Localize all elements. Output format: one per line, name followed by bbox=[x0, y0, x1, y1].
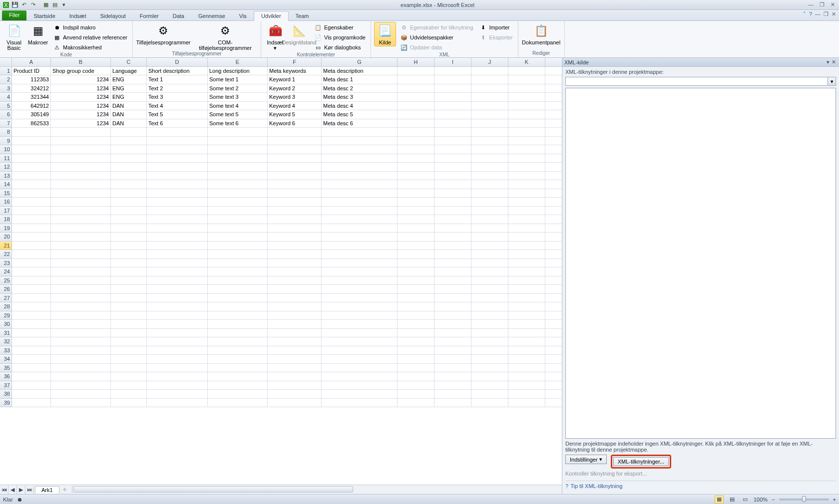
cell[interactable] bbox=[322, 364, 398, 373]
cell[interactable] bbox=[51, 233, 111, 242]
cell[interactable]: Meta desc 3 bbox=[322, 93, 398, 102]
cell[interactable] bbox=[545, 381, 562, 390]
ribbon-tab[interactable]: Sidelayout bbox=[93, 11, 132, 20]
cell[interactable]: Keyword 6 bbox=[268, 119, 322, 128]
cell[interactable] bbox=[471, 267, 508, 276]
cell[interactable] bbox=[268, 285, 322, 294]
cell[interactable] bbox=[398, 259, 434, 268]
cell[interactable] bbox=[508, 119, 545, 128]
cell[interactable] bbox=[398, 215, 434, 224]
cell[interactable] bbox=[111, 242, 147, 251]
cell[interactable]: 1234 bbox=[51, 84, 111, 93]
cell[interactable] bbox=[471, 346, 508, 355]
cell[interactable] bbox=[545, 337, 562, 346]
cell[interactable] bbox=[508, 198, 545, 207]
properties-button[interactable]: 📋Egenskaber bbox=[312, 23, 368, 32]
cell[interactable] bbox=[208, 302, 268, 311]
row-header[interactable]: 36 bbox=[0, 372, 12, 381]
cell[interactable] bbox=[434, 207, 471, 216]
cell[interactable] bbox=[111, 198, 147, 207]
cell[interactable] bbox=[508, 302, 545, 311]
cell[interactable] bbox=[147, 154, 208, 163]
cell[interactable] bbox=[545, 294, 562, 303]
cell[interactable] bbox=[322, 267, 398, 276]
cell[interactable] bbox=[398, 302, 434, 311]
cell[interactable] bbox=[51, 242, 111, 251]
row-header[interactable]: 11 bbox=[0, 154, 12, 163]
cell[interactable] bbox=[268, 207, 322, 216]
cell[interactable] bbox=[545, 198, 562, 207]
cell[interactable] bbox=[471, 102, 508, 111]
cell[interactable] bbox=[398, 102, 434, 111]
row-header[interactable]: 8 bbox=[0, 128, 12, 137]
cell[interactable] bbox=[471, 137, 508, 146]
cell[interactable] bbox=[208, 128, 268, 137]
cell[interactable] bbox=[471, 67, 508, 76]
column-header[interactable]: E bbox=[208, 58, 268, 67]
cell[interactable]: DAN bbox=[111, 119, 147, 128]
ribbon-tab[interactable]: Team bbox=[289, 11, 316, 20]
cell[interactable] bbox=[434, 337, 471, 346]
cell[interactable]: 1234 bbox=[51, 102, 111, 111]
cell[interactable] bbox=[208, 198, 268, 207]
cell[interactable] bbox=[398, 93, 434, 102]
cell[interactable] bbox=[268, 399, 322, 408]
cell[interactable] bbox=[12, 154, 51, 163]
row-header[interactable]: 16 bbox=[0, 198, 12, 207]
cell[interactable] bbox=[147, 250, 208, 259]
cell[interactable] bbox=[398, 198, 434, 207]
cell[interactable] bbox=[111, 189, 147, 198]
cell[interactable] bbox=[508, 259, 545, 268]
cell[interactable] bbox=[508, 285, 545, 294]
cell[interactable] bbox=[111, 311, 147, 320]
cell[interactable] bbox=[268, 259, 322, 268]
cell[interactable] bbox=[51, 320, 111, 329]
cell[interactable] bbox=[508, 294, 545, 303]
cell[interactable]: 1234 bbox=[51, 75, 111, 84]
cell[interactable] bbox=[471, 285, 508, 294]
cell[interactable] bbox=[434, 67, 471, 76]
cell[interactable] bbox=[12, 364, 51, 373]
mdi-restore-icon[interactable]: ❐ bbox=[824, 11, 829, 17]
cell[interactable] bbox=[322, 320, 398, 329]
column-header[interactable]: K bbox=[508, 58, 545, 67]
cell[interactable] bbox=[322, 276, 398, 285]
cell[interactable] bbox=[471, 180, 508, 189]
ribbon-minimize-icon[interactable]: ˄ bbox=[803, 11, 806, 17]
column-header[interactable]: L bbox=[545, 58, 562, 67]
column-header[interactable]: B bbox=[51, 58, 111, 67]
cell[interactable] bbox=[322, 172, 398, 181]
cell[interactable] bbox=[51, 355, 111, 364]
row-header[interactable]: 33 bbox=[0, 346, 12, 355]
cell[interactable] bbox=[434, 119, 471, 128]
qat-customize-icon[interactable]: ▾ bbox=[60, 1, 68, 9]
cell[interactable] bbox=[322, 311, 398, 320]
cell[interactable] bbox=[147, 267, 208, 276]
cell[interactable] bbox=[545, 355, 562, 364]
cell[interactable] bbox=[268, 198, 322, 207]
cell[interactable] bbox=[12, 207, 51, 216]
row-header[interactable]: 15 bbox=[0, 189, 12, 198]
com-addins-button[interactable]: ⚙ COM-tilføjelsesprogrammer bbox=[193, 22, 258, 51]
cell[interactable] bbox=[508, 364, 545, 373]
cell[interactable] bbox=[434, 285, 471, 294]
column-header[interactable]: D bbox=[147, 58, 208, 67]
cell[interactable] bbox=[268, 320, 322, 329]
export-button[interactable]: ⬆Eksporter bbox=[477, 33, 515, 42]
cell[interactable] bbox=[398, 75, 434, 84]
select-all-corner[interactable] bbox=[0, 58, 12, 67]
cell[interactable] bbox=[147, 285, 208, 294]
cell[interactable] bbox=[471, 119, 508, 128]
cell[interactable] bbox=[398, 337, 434, 346]
cell[interactable] bbox=[322, 355, 398, 364]
cell[interactable] bbox=[51, 399, 111, 408]
row-header[interactable]: 37 bbox=[0, 381, 12, 390]
cell[interactable] bbox=[51, 207, 111, 216]
cell[interactable] bbox=[147, 259, 208, 268]
cell[interactable]: Some text 1 bbox=[208, 75, 268, 84]
cell[interactable] bbox=[147, 172, 208, 181]
row-header[interactable]: 34 bbox=[0, 355, 12, 364]
cell[interactable] bbox=[434, 180, 471, 189]
cell[interactable] bbox=[12, 320, 51, 329]
cell[interactable]: 112353 bbox=[12, 75, 51, 84]
